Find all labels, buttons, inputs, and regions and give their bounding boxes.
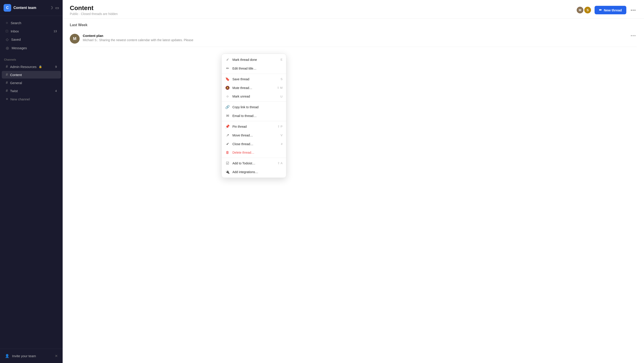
hash-icon: # — [6, 65, 8, 69]
inbox-badge: 13 — [54, 30, 57, 33]
dot-3 — [634, 10, 636, 11]
dot-3 — [634, 35, 636, 36]
divider-4 — [222, 158, 286, 158]
channel-content[interactable]: # Content — [2, 71, 61, 78]
main-content: Content Public · Closed threads are hidd… — [63, 0, 644, 363]
bookmark-icon: 🔖 — [225, 77, 230, 81]
hash-icon: # — [6, 89, 8, 93]
avatar-2: S — [584, 6, 592, 14]
divider-3 — [222, 121, 286, 121]
sidebar: C Content team ☽ ▭ ○ Search □ Inbox 13 ◇… — [0, 0, 63, 363]
trash-icon: 🗑 — [225, 150, 230, 154]
invite-team-button[interactable]: 👤 Invite your team ✕ — [2, 352, 61, 360]
menu-email-thread[interactable]: ✉ Email to thread… — [222, 112, 286, 120]
check-circle-icon: ✓ — [225, 58, 230, 62]
move-icon: ↗ — [225, 133, 230, 137]
thread-list: Last Week M Content plan Michael S.: Sha… — [63, 18, 644, 363]
layout-icon[interactable]: ▭ — [55, 5, 59, 10]
dot-2 — [632, 10, 634, 11]
nav-search[interactable]: ○ Search — [2, 19, 61, 27]
edit-icon: ✏ — [225, 66, 230, 70]
menu-edit-title[interactable]: ✏ Edit thread title… — [222, 64, 286, 73]
more-options-button[interactable] — [630, 8, 637, 12]
menu-add-integrations[interactable]: 🔌 Add integrations… — [222, 168, 286, 176]
thread-content: Content plan Michael S.: Sharing the new… — [83, 34, 637, 42]
context-menu: ✓ Mark thread done E ✏ Edit thread title… — [222, 54, 286, 178]
nav-section: ○ Search □ Inbox 13 ◇ Saved ◎ Messages — [0, 16, 63, 55]
menu-mark-done[interactable]: ✓ Mark thread done E — [222, 55, 286, 64]
mute-icon: 🔕 — [225, 86, 230, 90]
nav-messages[interactable]: ◎ Messages — [2, 44, 61, 52]
mark-done-shortcut: E — [280, 58, 282, 61]
search-icon: ○ — [6, 21, 8, 25]
main-header: Content Public · Closed threads are hidd… — [63, 0, 644, 18]
channel-admin-resources[interactable]: # Admin Resources 🔒 9 — [2, 63, 61, 70]
menu-save-thread[interactable]: 🔖 Save thread S — [222, 75, 286, 84]
menu-pin-thread[interactable]: 📌 Pin thread ⇧ P — [222, 122, 286, 131]
menu-move-thread-label: Move thread… — [232, 134, 278, 137]
thread-title: Content plan — [83, 34, 637, 38]
menu-mute-thread-label: Mute thread… — [232, 86, 274, 90]
menu-delete-thread[interactable]: 🗑 Delete thread… — [222, 148, 286, 157]
menu-mark-unread[interactable]: ○ Mark unread U — [222, 92, 286, 101]
menu-copy-link[interactable]: 🔗 Copy link to thread — [222, 103, 286, 112]
email-icon: ✉ — [225, 114, 230, 118]
channel-general[interactable]: # General — [2, 79, 61, 86]
new-channel-label: New channel — [10, 97, 30, 101]
channel-info: Content Public · Closed threads are hidd… — [70, 4, 576, 16]
avatar: M — [70, 34, 80, 44]
menu-add-todoist[interactable]: ☑ Add to Todoist… ⇧ A — [222, 159, 286, 168]
menu-mark-unread-label: Mark unread — [232, 94, 278, 98]
page-title: Content — [70, 4, 576, 12]
menu-move-thread[interactable]: ↗ Move thread… V — [222, 131, 286, 140]
menu-close-thread-label: Close thread… — [232, 142, 278, 146]
header-right: M S ✏ New thread — [576, 6, 637, 14]
sidebar-footer: 👤 Invite your team ✕ — [0, 349, 63, 363]
dot-2 — [632, 35, 634, 36]
dark-mode-icon[interactable]: ☽ — [50, 5, 53, 10]
menu-delete-thread-label: Delete thread… — [232, 151, 282, 154]
link-icon: 🔗 — [225, 105, 230, 109]
table-row[interactable]: M Content plan Michael S.: Sharing the n… — [70, 31, 637, 47]
thread-preview: Michael S.: Sharing the newest content c… — [83, 38, 637, 42]
dot-1 — [631, 35, 632, 36]
avatar-1: M — [576, 6, 584, 14]
channel-twist[interactable]: # Twist 4 — [2, 87, 61, 94]
menu-close-thread[interactable]: ✔ Close thread… # — [222, 140, 286, 148]
new-thread-label: New thread — [604, 8, 622, 12]
menu-mute-thread[interactable]: 🔕 Mute thread… ⇧ M — [222, 84, 286, 92]
hash-icon: # — [6, 81, 8, 85]
channel-admin-resources-label: Admin Resources — [10, 65, 36, 69]
new-channel-button[interactable]: + New channel — [2, 95, 61, 103]
member-avatars: M S — [576, 6, 592, 14]
close-thread-icon: ✔ — [225, 142, 230, 146]
channels-section-label: Channels — [0, 55, 63, 62]
close-icon[interactable]: ✕ — [55, 354, 58, 358]
nav-inbox[interactable]: □ Inbox 13 — [2, 27, 61, 35]
new-thread-button[interactable]: ✏ New thread — [594, 6, 626, 14]
nav-saved-label: Saved — [11, 38, 21, 42]
dot-1 — [631, 10, 632, 11]
integrations-icon: 🔌 — [225, 170, 230, 174]
circle-icon: ○ — [225, 94, 230, 98]
menu-add-todoist-label: Add to Todoist… — [232, 162, 275, 165]
compose-icon: ✏ — [599, 8, 602, 12]
todoist-shortcut: ⇧ A — [277, 162, 282, 165]
divider-2 — [222, 102, 286, 102]
todoist-icon: ☑ — [225, 161, 230, 165]
week-label: Last Week — [70, 23, 637, 27]
menu-edit-title-label: Edit thread title… — [232, 67, 282, 70]
messages-icon: ◎ — [6, 46, 9, 50]
saved-icon: ◇ — [6, 37, 8, 42]
person-icon: 👤 — [5, 354, 10, 358]
channel-general-label: General — [10, 81, 22, 85]
unread-shortcut: U — [280, 95, 282, 98]
workspace-avatar[interactable]: C — [4, 4, 11, 12]
channel-content-label: Content — [10, 73, 22, 77]
close-shortcut: # — [281, 142, 282, 146]
header-icons: ☽ ▭ — [50, 5, 59, 10]
hash-icon: # — [6, 73, 8, 77]
nav-saved[interactable]: ◇ Saved — [2, 35, 61, 44]
channel-twist-label: Twist — [10, 89, 18, 93]
thread-more-button[interactable] — [630, 34, 637, 38]
